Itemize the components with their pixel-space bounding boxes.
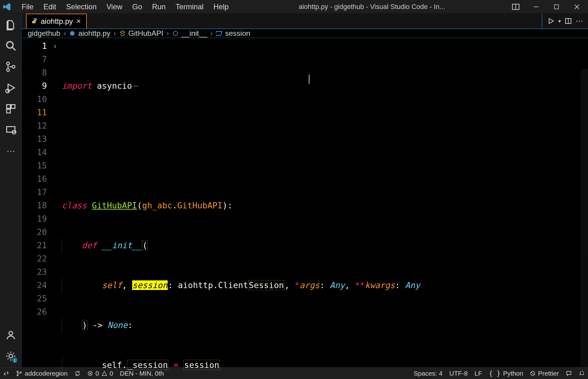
chevron-right-icon: › bbox=[63, 29, 66, 38]
layout-icon[interactable] bbox=[510, 1, 521, 12]
breadcrumb-symbol[interactable]: session bbox=[216, 29, 250, 38]
breadcrumb-method[interactable]: __init__ bbox=[172, 29, 207, 38]
method-symbol-icon bbox=[172, 30, 179, 37]
svg-rect-3 bbox=[554, 5, 558, 9]
more-icon[interactable]: ⋯ bbox=[5, 145, 16, 156]
menu-edit[interactable]: Edit bbox=[39, 1, 61, 13]
explorer-icon[interactable] bbox=[5, 19, 16, 30]
code-content[interactable]: import asyncio⋯ class GitHubAPI(gh_abc.G… bbox=[62, 38, 588, 379]
svg-marker-20 bbox=[549, 19, 553, 23]
menu-run[interactable]: Run bbox=[147, 1, 170, 13]
code-editor[interactable]: 1 7 8 9 10 11 12 13 14 15 16 17 18 19 20… bbox=[22, 38, 588, 379]
svg-point-19 bbox=[9, 354, 13, 358]
svg-rect-16 bbox=[6, 127, 15, 132]
svg-point-6 bbox=[6, 42, 13, 48]
svg-rect-13 bbox=[6, 105, 10, 109]
svg-point-10 bbox=[12, 66, 15, 68]
svg-point-26 bbox=[17, 374, 18, 376]
run-debug-icon[interactable] bbox=[5, 82, 16, 93]
fold-gutter: › bbox=[52, 38, 62, 379]
menu-go[interactable]: Go bbox=[127, 1, 147, 13]
breadcrumb-class[interactable]: GitHubAPI bbox=[119, 29, 163, 38]
remote-icon[interactable] bbox=[5, 124, 16, 135]
more-actions-icon[interactable]: ⋯ bbox=[576, 17, 583, 25]
python-file-icon bbox=[32, 17, 38, 26]
run-button[interactable] bbox=[547, 17, 555, 25]
svg-line-7 bbox=[12, 47, 15, 51]
vscode-logo-icon bbox=[2, 2, 11, 11]
activity-bar: ⋯ 1 bbox=[0, 14, 22, 367]
editor-area: aiohttp.py ✕ ▾ ⋯ gidgethub › bbox=[22, 14, 588, 367]
svg-point-18 bbox=[9, 331, 13, 335]
window-title: aiohttp.py - gidgethub - Visual Studio C… bbox=[233, 3, 510, 11]
chevron-right-icon: › bbox=[210, 29, 213, 38]
editor-actions: ▾ ⋯ bbox=[542, 14, 588, 28]
svg-point-8 bbox=[6, 62, 9, 65]
menu-help[interactable]: Help bbox=[208, 1, 233, 13]
tab-label: aiohttp.py bbox=[41, 17, 73, 26]
minimize-button[interactable] bbox=[531, 1, 542, 12]
menu-bar: File Edit Selection View Go Run Terminal… bbox=[17, 1, 233, 13]
fold-collapsed-icon[interactable]: › bbox=[52, 39, 57, 53]
chevron-right-icon: › bbox=[166, 29, 169, 38]
menu-file[interactable]: File bbox=[17, 1, 39, 13]
editor-tabs: aiohttp.py ✕ ▾ ⋯ bbox=[22, 14, 588, 29]
settings-icon[interactable]: 1 bbox=[5, 351, 16, 362]
extensions-icon[interactable] bbox=[5, 103, 16, 114]
title-bar: File Edit Selection View Go Run Terminal… bbox=[0, 0, 588, 14]
account-icon[interactable] bbox=[5, 330, 16, 341]
split-editor-icon[interactable] bbox=[565, 17, 572, 25]
python-file-icon bbox=[69, 30, 76, 37]
breadcrumb-file[interactable]: aiohttp.py bbox=[69, 29, 110, 38]
search-icon[interactable] bbox=[5, 40, 16, 51]
svg-point-9 bbox=[6, 69, 9, 71]
svg-point-23 bbox=[70, 31, 75, 36]
menu-terminal[interactable]: Terminal bbox=[170, 1, 208, 13]
menu-selection[interactable]: Selection bbox=[61, 1, 102, 13]
line-gutter: 1 7 8 9 10 11 12 13 14 15 16 17 18 19 20… bbox=[22, 38, 52, 379]
window-controls bbox=[510, 1, 586, 12]
chevron-right-icon: › bbox=[114, 29, 116, 38]
svg-rect-24 bbox=[216, 32, 222, 36]
class-symbol-icon bbox=[119, 30, 126, 37]
run-dropdown[interactable]: ▾ bbox=[558, 18, 561, 24]
svg-point-25 bbox=[17, 371, 18, 372]
menu-view[interactable]: View bbox=[102, 1, 128, 13]
svg-rect-14 bbox=[11, 105, 15, 109]
source-control-icon[interactable] bbox=[5, 61, 16, 72]
minimap[interactable] bbox=[581, 69, 588, 379]
breadcrumbs[interactable]: gidgethub › aiohttp.py › GitHubAPI › bbox=[22, 29, 588, 38]
tab-aiohttp[interactable]: aiohttp.py ✕ bbox=[26, 14, 87, 28]
variable-symbol-icon bbox=[216, 30, 223, 37]
close-button[interactable] bbox=[571, 1, 582, 12]
maximize-button[interactable] bbox=[551, 1, 562, 12]
svg-rect-15 bbox=[6, 109, 10, 113]
remote-indicator[interactable] bbox=[3, 370, 9, 377]
close-tab-icon[interactable]: ✕ bbox=[76, 18, 81, 25]
breadcrumb-repo[interactable]: gidgethub bbox=[28, 29, 60, 38]
